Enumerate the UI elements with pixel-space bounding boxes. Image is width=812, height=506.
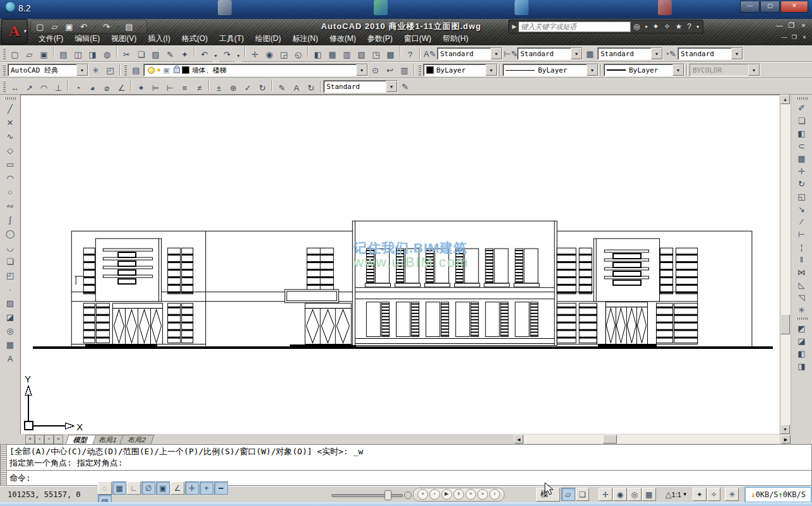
undo-icon[interactable]: ↶ bbox=[198, 48, 211, 61]
line-icon[interactable]: ╱ bbox=[4, 102, 17, 115]
chevron-down-icon[interactable]: ▼ bbox=[587, 64, 598, 76]
pan-icon[interactable]: ✛ bbox=[599, 488, 612, 501]
first-tab-icon[interactable]: « bbox=[25, 435, 35, 444]
cut-icon[interactable]: ✂ bbox=[120, 48, 133, 61]
paste-icon[interactable]: ▨ bbox=[149, 48, 162, 61]
toolbar-grip[interactable] bbox=[3, 48, 6, 59]
polyline-icon[interactable]: ∿ bbox=[4, 130, 17, 143]
workspace-gear-icon[interactable]: ✳ bbox=[725, 488, 739, 501]
tool-palettes-icon[interactable]: ▥ bbox=[340, 48, 354, 61]
toolbar-grip[interactable] bbox=[796, 97, 808, 100]
trim-icon[interactable]: ∕ bbox=[795, 215, 808, 228]
designcenter-icon[interactable]: ▦ bbox=[326, 48, 339, 61]
infocenter-search-input[interactable] bbox=[518, 21, 631, 32]
pause-icon[interactable]: ‖ bbox=[453, 489, 464, 500]
chevron-down-icon[interactable]: ▼ bbox=[571, 48, 582, 59]
layer-on-bulb-icon[interactable] bbox=[148, 67, 155, 74]
menu-dimension[interactable]: 标注(N) bbox=[287, 33, 324, 45]
fillet-icon[interactable]: ◹ bbox=[795, 291, 808, 303]
plot-icon[interactable]: ▤ bbox=[122, 20, 136, 33]
zoom-window-icon[interactable]: ◲ bbox=[277, 48, 290, 61]
layer-dropdown[interactable]: ✦ ▣ 墙体、楼梯 ▼ bbox=[143, 64, 368, 76]
arc-icon[interactable]: ◠ bbox=[4, 172, 17, 184]
workspace-dropdown[interactable]: AutoCAD 经典 ▼ bbox=[8, 64, 88, 76]
dyn-toggle[interactable]: + bbox=[200, 481, 213, 495]
pan-icon[interactable]: ✛ bbox=[248, 48, 261, 61]
steering-wheel-icon[interactable]: ◎ bbox=[628, 488, 642, 501]
insert-block-icon[interactable]: ❏ bbox=[4, 255, 17, 268]
array-icon[interactable]: ▦ bbox=[795, 152, 808, 165]
ortho-toggle[interactable]: ∟ bbox=[127, 481, 141, 495]
help-icon[interactable]: ? bbox=[403, 48, 417, 61]
redo-dropdown-icon[interactable]: ▾ bbox=[114, 20, 121, 33]
table-icon[interactable]: ▦ bbox=[4, 338, 17, 351]
toolbar-grip[interactable] bbox=[4, 97, 16, 100]
annotation-visibility-icon[interactable]: ✦ bbox=[693, 488, 707, 501]
zoom-realtime-icon[interactable]: ◉ bbox=[263, 48, 276, 61]
dimension-space-icon[interactable]: ≡ bbox=[178, 81, 191, 94]
layer-color-swatch[interactable] bbox=[182, 66, 189, 74]
match-properties-icon[interactable]: ✎ bbox=[164, 48, 177, 61]
bring-to-front-icon[interactable]: ◩ bbox=[795, 322, 808, 334]
help-dropdown-icon[interactable]: ▾ bbox=[694, 24, 702, 30]
chevron-down-icon[interactable]: ▼ bbox=[486, 64, 497, 76]
break-icon[interactable]: ‖ bbox=[795, 253, 808, 266]
lineweight-dropdown[interactable]: ByLayer ▼ bbox=[604, 64, 684, 76]
chevron-down-icon[interactable]: ▼ bbox=[491, 48, 502, 59]
quickcalc-icon[interactable]: ▩ bbox=[384, 48, 397, 61]
menu-format[interactable]: 格式(O) bbox=[176, 33, 213, 45]
scroll-down-icon[interactable]: ▼ bbox=[780, 425, 790, 434]
erase-icon[interactable]: ✐ bbox=[795, 102, 808, 114]
open-icon[interactable]: ▱ bbox=[48, 20, 61, 33]
scroll-up-icon[interactable]: ▲ bbox=[780, 95, 790, 104]
toolbar-grip[interactable] bbox=[3, 64, 6, 76]
lwt-toggle[interactable]: ━ bbox=[214, 481, 228, 495]
text-style-dropdown[interactable]: Standard ▼ bbox=[437, 47, 503, 60]
diameter-icon[interactable]: ⌀ bbox=[100, 81, 114, 94]
scale-icon[interactable]: ◱ bbox=[795, 190, 808, 203]
color-dropdown[interactable]: ByLayer ▼ bbox=[423, 64, 498, 76]
properties-icon[interactable]: ◧ bbox=[311, 48, 325, 61]
copy-icon[interactable]: ❏ bbox=[134, 48, 148, 61]
inspect-icon[interactable]: ✓ bbox=[241, 81, 254, 94]
dimension-text-edit-icon[interactable]: A bbox=[290, 81, 303, 94]
baseline-icon[interactable]: ⊨ bbox=[149, 81, 162, 94]
radius-icon[interactable]: ◔ bbox=[71, 81, 85, 94]
osnap-toggle[interactable]: ▣ bbox=[156, 481, 170, 495]
rotate-icon[interactable]: ↻ bbox=[795, 177, 808, 190]
markup-set-manager-icon[interactable]: ◳ bbox=[369, 48, 383, 61]
command-window[interactable]: [全部(A)/中心(C)/动态(D)/范围(E)/上一个(P)/比例(S)/窗口… bbox=[0, 444, 812, 486]
undo-dropdown-icon[interactable]: ▾ bbox=[92, 20, 99, 33]
send-under-objects-icon[interactable]: ◨ bbox=[795, 360, 808, 372]
redo-dropdown-icon[interactable]: ▾ bbox=[235, 49, 242, 62]
menu-window[interactable]: 窗口(W) bbox=[398, 33, 437, 45]
help-icon[interactable]: ? bbox=[684, 22, 694, 31]
infocenter-expand-icon[interactable]: ▶ bbox=[510, 23, 518, 30]
annotation-scale-control[interactable]: △ 1:1 ▼ bbox=[666, 488, 688, 501]
hatch-icon[interactable]: ▨ bbox=[4, 297, 17, 309]
region-icon[interactable]: ◎ bbox=[4, 324, 17, 337]
chevron-down-icon[interactable]: ▼ bbox=[386, 81, 397, 92]
vertical-scroll-thumb[interactable] bbox=[780, 314, 790, 334]
revision-cloud-icon[interactable]: ∾ bbox=[4, 199, 17, 212]
subscription-key-icon[interactable]: ✦ bbox=[650, 22, 661, 31]
quick-dimension-icon[interactable]: ✦ bbox=[134, 81, 148, 94]
dimension-refresh-icon[interactable]: ↻ bbox=[304, 81, 318, 94]
layer-properties-icon[interactable]: ▤ bbox=[129, 64, 143, 76]
offset-icon[interactable]: ⊂ bbox=[795, 139, 808, 152]
zoom-previous-icon[interactable]: ◵ bbox=[292, 48, 305, 61]
multiline-text-icon[interactable]: A bbox=[4, 352, 17, 365]
tab-模型[interactable]: 模型 bbox=[66, 435, 97, 444]
dim-style-icon[interactable]: ⊢✎ bbox=[503, 47, 516, 60]
annotation-scale-value[interactable]: 1:1 bbox=[672, 491, 681, 498]
go-next-icon[interactable]: » bbox=[465, 489, 476, 500]
ducs-toggle[interactable]: ✛ bbox=[185, 481, 199, 495]
desktop-icon[interactable] bbox=[658, 0, 672, 15]
plot-icon[interactable]: ▤ bbox=[57, 48, 70, 61]
table-style-icon[interactable]: ▦ bbox=[583, 47, 597, 60]
leader-style-dropdown[interactable]: Standard ▼ bbox=[678, 47, 743, 60]
close-icon[interactable]: × bbox=[797, 21, 809, 30]
make-block-icon[interactable]: ◰ bbox=[4, 269, 17, 281]
snap-toggle[interactable]: ◌ bbox=[98, 481, 112, 495]
toolbar-grip[interactable] bbox=[796, 317, 808, 320]
